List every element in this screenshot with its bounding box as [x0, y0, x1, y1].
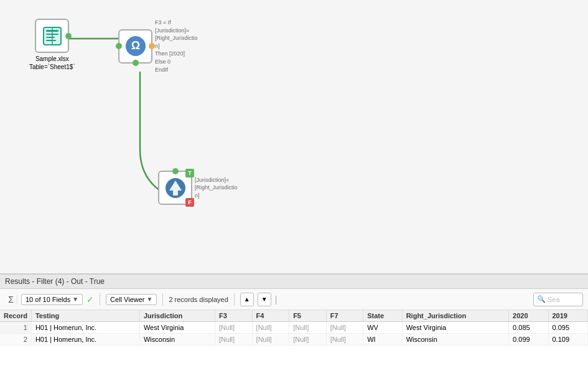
col-header-f5[interactable]: F5	[289, 310, 327, 322]
table-cell: Wisconsin	[139, 334, 215, 346]
table-cell: 0.109	[548, 334, 588, 346]
sigma-icon[interactable]: Σ	[5, 295, 17, 304]
table-cell: 1	[0, 322, 31, 334]
table-cell: [Null]	[326, 334, 363, 346]
table-cell: 0.085	[509, 322, 548, 334]
filter-icon	[164, 177, 187, 199]
fields-chevron-icon: ▼	[72, 296, 78, 303]
table-cell: [Null]	[215, 322, 253, 334]
col-header-record[interactable]: Record	[0, 310, 31, 322]
table-cell: West Virginia	[139, 322, 215, 334]
true-badge: T	[185, 169, 194, 177]
cell-viewer-button[interactable]: Cell Viewer ▼	[106, 294, 157, 305]
input-node-icon-box	[35, 19, 69, 53]
filter-node-label: [Jurisdiction]=[Right_Jurisdiction]	[195, 176, 238, 200]
svg-rect-11	[173, 191, 178, 196]
table-header-row: Record Testing Jurisdiction F3 F4 F5 F7 …	[0, 310, 588, 322]
fields-selector-button[interactable]: 10 of 10 Fields ▼	[21, 294, 83, 305]
toolbar-separator-1	[100, 293, 100, 306]
formula-bottom-connector	[133, 60, 139, 66]
false-badge: F	[185, 198, 194, 207]
results-header: Results - Filter (4) - Out - True	[0, 274, 588, 289]
toolbar-separator-2	[162, 293, 163, 306]
results-title: Results - Filter (4) - Out - True	[5, 277, 105, 286]
formula-node-icon-box: Ω	[118, 29, 152, 64]
search-placeholder: Sea	[548, 296, 560, 303]
viewer-chevron-icon: ▼	[147, 296, 153, 303]
table-cell: 0.099	[509, 334, 548, 346]
toolbar-separator-3	[234, 293, 235, 306]
results-toolbar: Σ 10 of 10 Fields ▼ ✓ Cell Viewer ▼ 2 re…	[0, 289, 588, 310]
table-row[interactable]: 1H01 | Homerun, Inc.West Virginia[Null][…	[0, 322, 588, 334]
fields-label: 10 of 10 Fields	[26, 296, 70, 303]
col-header-2019[interactable]: 2019	[548, 310, 588, 322]
sort-asc-button[interactable]: ▲	[240, 293, 254, 306]
data-table: Record Testing Jurisdiction F3 F4 F5 F7 …	[0, 310, 588, 346]
filter-node-icon-box: T F	[158, 171, 192, 205]
table-cell: Wisconsin	[402, 334, 508, 346]
table-cell: WV	[363, 322, 402, 334]
table-cell: West Virginia	[402, 322, 508, 334]
table-cell: [Null]	[289, 334, 327, 346]
formula-icon: Ω	[124, 35, 147, 57]
filter-node[interactable]: T F [Jurisdiction]=[Right_Jurisdiction]	[158, 171, 238, 205]
svg-text:Ω: Ω	[131, 39, 139, 52]
table-cell: [Null]	[252, 322, 289, 334]
svg-rect-5	[46, 40, 56, 41]
table-cell: 2	[0, 334, 31, 346]
filter-input-connector	[172, 168, 179, 174]
table-cell: [Null]	[326, 322, 363, 334]
checkmark-icon[interactable]: ✓	[86, 295, 94, 304]
table-cell: [Null]	[252, 334, 289, 346]
book-icon	[41, 25, 63, 47]
search-icon: 🔍	[537, 295, 546, 303]
table-cell: H01 | Homerun, Inc.	[31, 334, 139, 346]
table-body: 1H01 | Homerun, Inc.West Virginia[Null][…	[0, 322, 588, 346]
svg-rect-4	[46, 37, 55, 38]
table-cell: 0.095	[548, 322, 588, 334]
formula-node[interactable]: Ω F3 = If[Jurisdiction]=[Right_Jurisdict…	[118, 19, 198, 73]
data-table-wrapper[interactable]: Record Testing Jurisdiction F3 F4 F5 F7 …	[0, 310, 588, 368]
input-node[interactable]: Sample.xlsx Table=`Sheet1$`	[29, 19, 75, 71]
col-header-2020[interactable]: 2020	[509, 310, 548, 322]
formula-output-connector	[149, 43, 155, 49]
table-row[interactable]: 2H01 | Homerun, Inc.Wisconsin[Null][Null…	[0, 334, 588, 346]
workflow-canvas: Sample.xlsx Table=`Sheet1$` Ω F3 = If[Ju…	[0, 0, 588, 274]
sort-desc-button[interactable]: ▼	[258, 293, 271, 306]
formula-node-label: F3 = If[Jurisdiction]=[Right_Jurisdictio…	[155, 19, 198, 73]
col-header-testing[interactable]: Testing	[31, 310, 139, 322]
results-panel: Results - Filter (4) - Out - True Σ 10 o…	[0, 274, 588, 368]
table-cell: [Null]	[289, 322, 327, 334]
col-header-f3[interactable]: F3	[215, 310, 253, 322]
col-header-f7[interactable]: F7	[326, 310, 363, 322]
table-cell: H01 | Homerun, Inc.	[31, 322, 139, 334]
col-header-state[interactable]: State	[363, 310, 402, 322]
records-count: 2 records displayed	[169, 296, 228, 303]
table-cell: WI	[363, 334, 402, 346]
col-header-right-jurisdiction[interactable]: Right_Jurisdiction	[402, 310, 508, 322]
col-header-jurisdiction[interactable]: Jurisdiction	[139, 310, 215, 322]
pipe-separator: |	[275, 295, 278, 304]
search-box[interactable]: 🔍 Sea	[533, 293, 583, 306]
table-cell: [Null]	[215, 334, 253, 346]
input-output-connector	[65, 33, 72, 39]
formula-input-connector	[116, 43, 122, 49]
cell-viewer-label: Cell Viewer	[110, 296, 144, 303]
col-header-f4[interactable]: F4	[252, 310, 289, 322]
input-node-label: Sample.xlsx Table=`Sheet1$`	[29, 55, 75, 71]
